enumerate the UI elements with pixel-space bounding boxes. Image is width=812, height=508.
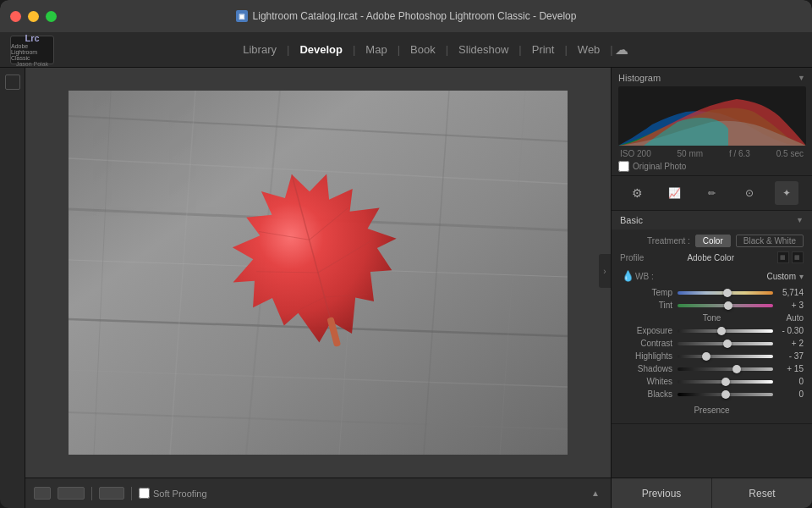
color-grading-icon[interactable]: ⊙ bbox=[738, 181, 761, 205]
tint-slider-thumb[interactable] bbox=[724, 301, 732, 310]
cloud-icon[interactable]: ☁ bbox=[615, 41, 628, 58]
nav-library[interactable]: Library bbox=[234, 32, 285, 68]
nav-sep-2: | bbox=[353, 43, 355, 56]
profile-label: Profile bbox=[620, 253, 644, 262]
histogram-title: Histogram bbox=[618, 73, 661, 83]
soft-proofing-toggle[interactable]: Soft Proofing bbox=[139, 488, 207, 499]
shadows-slider[interactable] bbox=[678, 367, 773, 371]
user-name-label: Jason Polak bbox=[16, 61, 48, 67]
highlights-slider-row: Highlights - 37 bbox=[620, 351, 804, 361]
previous-button[interactable]: Previous bbox=[612, 478, 712, 508]
profile-browse-icon[interactable]: ▦ bbox=[792, 251, 804, 263]
exposure-slider-row: Exposure - 0.30 bbox=[620, 326, 804, 335]
whites-value: 0 bbox=[778, 377, 804, 386]
nav-web[interactable]: Web bbox=[569, 32, 609, 68]
hsl-color-icon[interactable]: ✏ bbox=[700, 181, 723, 205]
close-button[interactable] bbox=[10, 11, 21, 22]
original-photo-label: Original Photo bbox=[633, 162, 686, 171]
wb-value: Custom bbox=[767, 272, 796, 281]
exposure-slider-thumb[interactable] bbox=[717, 327, 726, 335]
soft-proofing-checkbox[interactable] bbox=[139, 488, 150, 499]
contrast-slider[interactable] bbox=[678, 342, 773, 345]
flags-button[interactable] bbox=[99, 487, 124, 500]
highlights-label: Highlights bbox=[620, 351, 672, 361]
temp-slider-thumb[interactable] bbox=[723, 289, 732, 297]
left-panel-toggle[interactable] bbox=[5, 75, 20, 90]
view-grid-button[interactable] bbox=[34, 487, 51, 500]
whites-slider-row: Whites 0 bbox=[620, 377, 804, 386]
basic-adjustments-icon[interactable]: ⚙ bbox=[625, 181, 649, 205]
basic-panel-section: Basic ▼ Treatment : Color Black & White … bbox=[612, 211, 812, 424]
left-panel bbox=[0, 68, 25, 508]
bottom-toolbar: Soft Proofing ▲ bbox=[25, 478, 611, 508]
histogram-collapse-icon[interactable]: ▼ bbox=[798, 74, 805, 82]
tint-slider[interactable] bbox=[678, 304, 773, 307]
reset-button[interactable]: Reset bbox=[712, 478, 812, 508]
shadows-label: Shadows bbox=[620, 364, 672, 373]
tint-label: Tint bbox=[620, 301, 672, 310]
center-area: Soft Proofing ▲ bbox=[25, 68, 611, 508]
exposure-label: Exposure bbox=[620, 326, 672, 335]
bottom-buttons: Previous Reset bbox=[612, 478, 812, 508]
photo-container[interactable] bbox=[25, 68, 611, 478]
maximize-button[interactable] bbox=[46, 11, 57, 22]
bw-treatment-button[interactable]: Black & White bbox=[736, 235, 804, 247]
basic-panel-title: Basic bbox=[620, 215, 643, 225]
aperture-label: f / 6.3 bbox=[729, 149, 750, 158]
nav-print[interactable]: Print bbox=[524, 32, 563, 68]
highlights-value: - 37 bbox=[778, 351, 804, 361]
blacks-slider[interactable] bbox=[678, 393, 773, 396]
right-panel: Histogram ▼ bbox=[611, 68, 812, 508]
toolbar-separator-1 bbox=[91, 487, 92, 500]
blacks-slider-thumb[interactable] bbox=[721, 390, 730, 399]
nav-map[interactable]: Map bbox=[357, 32, 395, 68]
detail-icon[interactable]: ✦ bbox=[775, 181, 798, 205]
shadows-value: + 15 bbox=[778, 364, 804, 373]
nav-sep-6: | bbox=[564, 43, 567, 56]
treatment-row: Treatment : Color Black & White bbox=[620, 235, 804, 247]
whites-slider[interactable] bbox=[678, 380, 773, 384]
tone-label: Tone bbox=[681, 313, 742, 323]
shadows-slider-row: Shadows + 15 bbox=[620, 364, 804, 373]
wb-row: 💧 WB : Custom ▾ bbox=[620, 268, 804, 284]
photo-display bbox=[69, 91, 568, 455]
right-panel-collapse[interactable]: › bbox=[599, 254, 611, 288]
contrast-value: + 2 bbox=[778, 339, 804, 348]
highlights-slider[interactable] bbox=[678, 355, 773, 358]
window-title: ▣ Lightroom Catalog.lrcat - Adobe Photos… bbox=[236, 10, 577, 22]
nav-slideshow[interactable]: Slideshow bbox=[450, 32, 517, 68]
tone-curve-icon[interactable]: 📈 bbox=[662, 181, 686, 205]
temp-slider[interactable] bbox=[678, 291, 773, 295]
shutter-label: 0.5 sec bbox=[776, 149, 804, 158]
iso-label: ISO 200 bbox=[620, 149, 651, 158]
original-photo-checkbox[interactable] bbox=[618, 161, 629, 172]
basic-panel-header[interactable]: Basic ▼ bbox=[612, 211, 812, 229]
whites-slider-thumb[interactable] bbox=[721, 378, 730, 386]
toolbar-separator-2 bbox=[131, 487, 132, 500]
exposure-slider[interactable] bbox=[678, 329, 773, 333]
nav-sep-1: | bbox=[287, 43, 289, 56]
view-compare-button[interactable] bbox=[58, 487, 85, 500]
highlights-slider-thumb[interactable] bbox=[702, 352, 710, 361]
titlebar: ▣ Lightroom Catalog.lrcat - Adobe Photos… bbox=[0, 0, 812, 32]
temp-slider-row: Temp 5,714 bbox=[620, 288, 804, 297]
right-collapse-icon: › bbox=[603, 267, 606, 276]
nav-sep-4: | bbox=[446, 43, 448, 56]
profile-grid-icon[interactable]: ▦ bbox=[777, 251, 789, 263]
app-name-label: Adobe Lightroom Classic bbox=[11, 43, 53, 61]
panels-scroll[interactable]: Basic ▼ Treatment : Color Black & White … bbox=[612, 211, 812, 478]
wb-dropdown-icon[interactable]: ▾ bbox=[799, 272, 804, 281]
tool-icons-row: ⚙ 📈 ✏ ⊙ ✦ bbox=[612, 176, 812, 211]
minimize-button[interactable] bbox=[28, 11, 39, 22]
color-treatment-button[interactable]: Color bbox=[695, 235, 731, 247]
soft-proofing-label: Soft Proofing bbox=[153, 489, 207, 499]
eyedropper-icon[interactable]: 💧 bbox=[620, 268, 635, 284]
filmstrip-toggle-icon[interactable]: ▲ bbox=[589, 487, 602, 500]
shadows-slider-thumb[interactable] bbox=[732, 365, 741, 373]
blacks-value: 0 bbox=[778, 389, 804, 399]
tint-value: + 3 bbox=[778, 301, 804, 310]
auto-button[interactable]: Auto bbox=[743, 313, 804, 323]
nav-book[interactable]: Book bbox=[402, 32, 444, 68]
contrast-slider-thumb[interactable] bbox=[723, 340, 732, 348]
nav-develop[interactable]: Develop bbox=[291, 32, 351, 68]
